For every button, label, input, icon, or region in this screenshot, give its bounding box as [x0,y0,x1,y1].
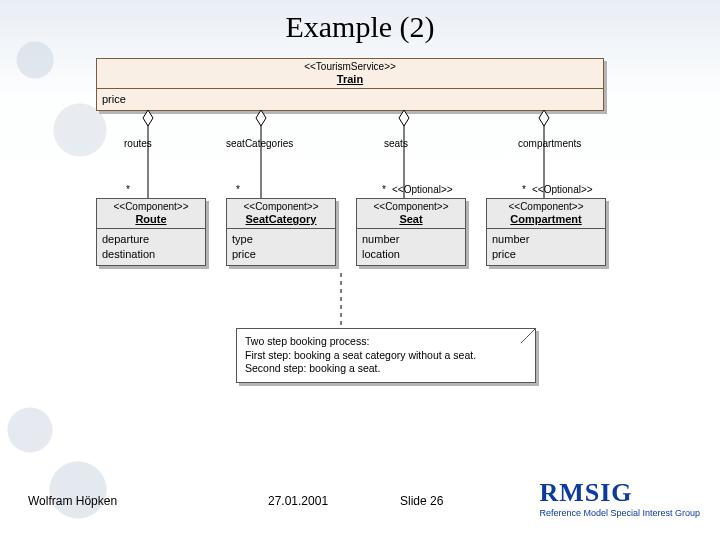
uml-class-train: <<TourismService>> Train price [96,58,604,111]
note-line: First step: booking a seat category with… [245,349,527,363]
uml-class-compartment: <<Component>>Compartment numberprice [486,198,606,266]
attr: price [232,247,330,262]
stereotype: <<TourismService>> [101,61,599,73]
uml-note: Two step booking process: First step: bo… [236,328,536,383]
note-line: Second step: booking a seat. [245,362,527,376]
mult-label: * [236,184,240,195]
role-label: compartments [518,138,581,149]
brand-name: RMSIG [539,478,700,508]
role-label: routes [124,138,152,149]
uml-class-seatcategory: <<Component>>SeatCategory typeprice [226,198,336,266]
attr: destination [102,247,200,262]
role-label: seats [384,138,408,149]
attr: number [492,232,600,247]
uml-class-seat: <<Component>>Seat numberlocation [356,198,466,266]
note-fold-icon [521,329,535,343]
stereotype: <<Component>> [491,201,601,213]
class-name: SeatCategory [231,213,331,226]
svg-marker-1 [143,110,153,126]
attr: number [362,232,460,247]
footer: Wolfram Höpken 27.01.2001 Slide 26 RMSIG… [0,484,720,530]
stereotype: <<Component>> [101,201,201,213]
mult-label: * [126,184,130,195]
class-name: Seat [361,213,461,226]
attr: price [102,92,598,107]
note-line: Two step booking process: [245,335,527,349]
brand-subtitle: Reference Model Special Interest Group [539,508,700,518]
slide: Example (2) <<TourismService>> Train pri… [0,0,720,540]
role-label: seatCategories [226,138,293,149]
footer-brand: RMSIG Reference Model Special Interest G… [539,478,700,518]
mult-label: * [522,184,526,195]
uml-diagram: <<TourismService>> Train price routes * … [86,58,634,428]
page-title: Example (2) [0,10,720,44]
attr: location [362,247,460,262]
footer-date: 27.01.2001 [268,494,328,508]
class-name: Compartment [491,213,601,226]
class-name: Train [101,73,599,86]
uml-class-route: <<Component>>Route departuredestination [96,198,206,266]
constraint-label: <<Optional>> [392,184,453,195]
constraint-label: <<Optional>> [532,184,593,195]
attr: price [492,247,600,262]
footer-author: Wolfram Höpken [28,494,117,508]
svg-marker-3 [256,110,266,126]
stereotype: <<Component>> [231,201,331,213]
attr: type [232,232,330,247]
stereotype: <<Component>> [361,201,461,213]
footer-slide-number: Slide 26 [400,494,443,508]
class-name: Route [101,213,201,226]
svg-marker-5 [399,110,409,126]
mult-label: * [382,184,386,195]
attr: departure [102,232,200,247]
svg-marker-7 [539,110,549,126]
